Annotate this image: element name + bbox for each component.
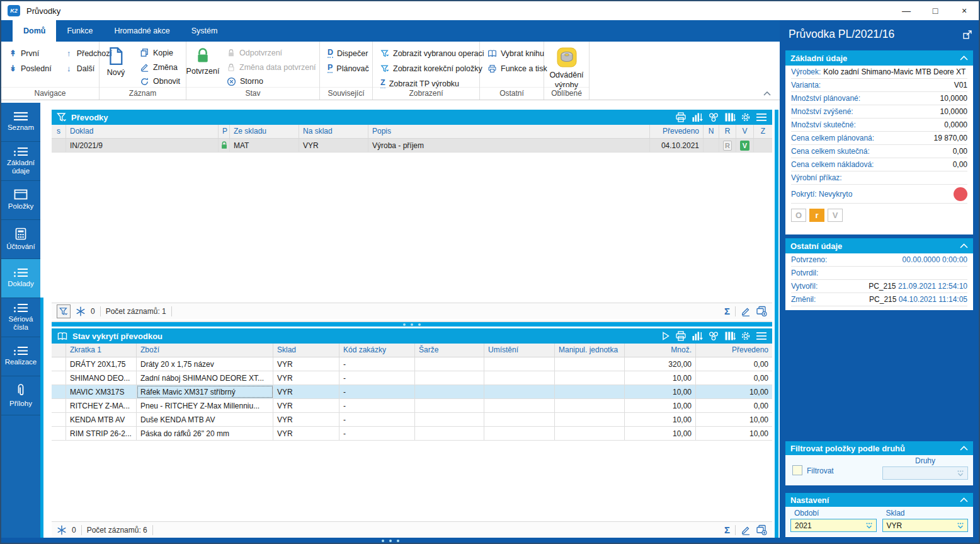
- column-header[interactable]: R: [719, 125, 736, 138]
- sidebar-item-zakladni-udaje[interactable]: Základní údaje: [1, 142, 40, 181]
- storno-button[interactable]: Storno: [227, 76, 316, 87]
- minimize-button[interactable]: —: [892, 1, 921, 20]
- print-icon[interactable]: [675, 112, 687, 122]
- tab-funkce[interactable]: Funkce: [56, 20, 103, 42]
- column-header[interactable]: Kód zakázky: [339, 344, 415, 357]
- settings-gear-icon[interactable]: [741, 112, 751, 122]
- related-wheel-icon[interactable]: [708, 112, 719, 122]
- show-corrections-button[interactable]: Zobrazit korekční položky: [380, 62, 474, 74]
- column-header[interactable]: Zkratka 1: [66, 344, 137, 357]
- column-header[interactable]: Na sklad: [299, 125, 368, 138]
- sidebar-item-seznam[interactable]: Seznam: [1, 103, 40, 142]
- bottom-splitter[interactable]: [1, 538, 780, 544]
- maximize-button[interactable]: □: [921, 1, 950, 20]
- tab-domu[interactable]: Domů: [13, 20, 56, 42]
- tab-hromadne-akce[interactable]: Hromadné akce: [103, 20, 180, 42]
- last-button[interactable]: ↡Poslední: [9, 62, 52, 74]
- ribbon-collapse-chevron[interactable]: [763, 91, 771, 96]
- settings-gear-icon[interactable]: [741, 331, 751, 341]
- changes-snowflake-icon[interactable]: [76, 306, 86, 316]
- dispatcher-button[interactable]: DDispečer: [328, 47, 367, 59]
- column-header[interactable]: Zboží: [137, 344, 273, 357]
- status-badge-v[interactable]: V: [828, 209, 843, 222]
- menu-icon[interactable]: [756, 113, 767, 122]
- table-row[interactable]: IN/2021/9 MAT VYR Výroba - příjem 04.10.…: [52, 139, 772, 153]
- filter-icon[interactable]: [57, 112, 67, 122]
- changes-snowflake-icon[interactable]: [57, 525, 67, 535]
- new-button[interactable]: Nový: [100, 42, 132, 87]
- sum-icon[interactable]: Σ: [724, 306, 730, 316]
- copy-add-icon[interactable]: [756, 306, 767, 316]
- sidebar-item-realizace[interactable]: Realizace: [1, 337, 40, 376]
- coverage-panel-header: Stav vykrytí převodkou: [52, 328, 772, 344]
- close-button[interactable]: ×: [950, 1, 979, 20]
- column-header[interactable]: Umístění: [484, 344, 555, 357]
- column-header[interactable]: P: [219, 125, 230, 138]
- copy-button[interactable]: Kopie: [140, 47, 180, 59]
- sidebar-item-uctovani[interactable]: Účtování: [1, 220, 40, 259]
- show-operation-button[interactable]: Zobrazit vybranou operaci: [380, 47, 474, 59]
- status-badge-r[interactable]: r: [809, 209, 824, 222]
- chart-icon[interactable]: [692, 331, 703, 341]
- sidebar-item-doklady[interactable]: Doklady: [1, 259, 40, 298]
- column-header[interactable]: Z: [754, 125, 772, 138]
- select-book-button[interactable]: Vybrat knihu: [487, 47, 538, 59]
- table-row[interactable]: DRÁTY 20X1,75 Dráty 20 x 1,75 název VYR …: [52, 357, 772, 371]
- chart-icon[interactable]: [692, 112, 703, 122]
- vertical-scrollbar[interactable]: [775, 110, 778, 538]
- column-header[interactable]: Převedeno: [696, 344, 772, 357]
- column-header[interactable]: s: [52, 125, 66, 138]
- collapse-chevron-icon[interactable]: [960, 243, 968, 248]
- status-badge-o[interactable]: O: [791, 209, 806, 222]
- collapse-chevron-icon[interactable]: [960, 446, 968, 451]
- obdobi-select[interactable]: 2021: [790, 519, 877, 532]
- tab-system[interactable]: Systém: [181, 20, 229, 42]
- functions-print-button[interactable]: Funkce a tisk: [487, 62, 538, 74]
- column-header[interactable]: Doklad: [66, 125, 219, 138]
- table-row[interactable]: RIM STRIP 26-2... Páska do ráfků 26" 20 …: [52, 427, 772, 441]
- column-header[interactable]: Množ.: [625, 344, 696, 357]
- filter-toggle-button[interactable]: [57, 304, 71, 318]
- column-header[interactable]: Převedeno: [650, 125, 704, 138]
- edit-pencil-icon[interactable]: [741, 525, 751, 535]
- open-in-window-icon[interactable]: [962, 30, 972, 40]
- column-header[interactable]: Popis: [368, 125, 650, 138]
- copy-add-icon[interactable]: [756, 524, 767, 535]
- sidebar-item-prilohy[interactable]: Přílohy: [1, 376, 40, 415]
- column-header[interactable]: Šarže: [415, 344, 484, 357]
- sidebar-scrollbar[interactable]: [40, 298, 43, 539]
- change-confirm-date-button[interactable]: Změna data potvrzení: [227, 62, 316, 73]
- columns-icon[interactable]: [724, 331, 736, 341]
- planner-button[interactable]: PPlánovač: [328, 62, 367, 74]
- table-row-selected[interactable]: MAVIC XM317S Ráfek Mavic XM317 stříbrný …: [52, 385, 772, 399]
- sidebar-item-polozky[interactable]: Položky: [1, 181, 40, 220]
- menu-icon[interactable]: [756, 332, 767, 340]
- column-header[interactable]: Sklad: [273, 344, 339, 357]
- related-wheel-icon[interactable]: [708, 331, 719, 341]
- unconfirm-button[interactable]: Odpotvrzení: [227, 47, 316, 59]
- print-icon[interactable]: [675, 331, 687, 341]
- table-row[interactable]: SHIMANO DEO... Zadní náboj SHIMANO DEORE…: [52, 371, 772, 385]
- sklad-select[interactable]: VYR: [882, 519, 969, 532]
- sidebar-item-seriova-cisla[interactable]: Sériová čísla: [1, 298, 40, 337]
- column-header[interactable]: Ze skladu: [230, 125, 299, 138]
- change-button[interactable]: Změna: [140, 62, 180, 73]
- druhy-select[interactable]: [882, 466, 968, 480]
- panel-splitter[interactable]: [52, 321, 772, 327]
- confirm-button[interactable]: Potvrzení: [186, 42, 219, 87]
- collapse-chevron-icon[interactable]: [960, 497, 968, 502]
- table-row[interactable]: RITCHEY Z-MA... Pneu - RITCHEY Z-Max Mil…: [52, 399, 772, 413]
- sum-icon[interactable]: Σ: [724, 524, 730, 535]
- column-header[interactable]: N: [704, 125, 719, 138]
- column-header[interactable]: Manipul. jednotka: [555, 344, 625, 357]
- refresh-button[interactable]: Obnovit: [140, 76, 180, 87]
- first-button[interactable]: ↟První: [9, 47, 52, 59]
- collapse-chevron-icon[interactable]: [960, 55, 968, 61]
- column-header[interactable]: V: [736, 125, 754, 138]
- columns-icon[interactable]: [724, 112, 736, 122]
- play-icon[interactable]: [661, 332, 670, 340]
- production-output-button[interactable]: Odvádění výroby: [544, 42, 589, 90]
- filtrovat-checkbox[interactable]: [792, 465, 802, 475]
- table-row[interactable]: KENDA MTB AV Duše KENDA MTB AV VYR - 10,…: [52, 413, 772, 427]
- edit-pencil-icon[interactable]: [741, 306, 751, 316]
